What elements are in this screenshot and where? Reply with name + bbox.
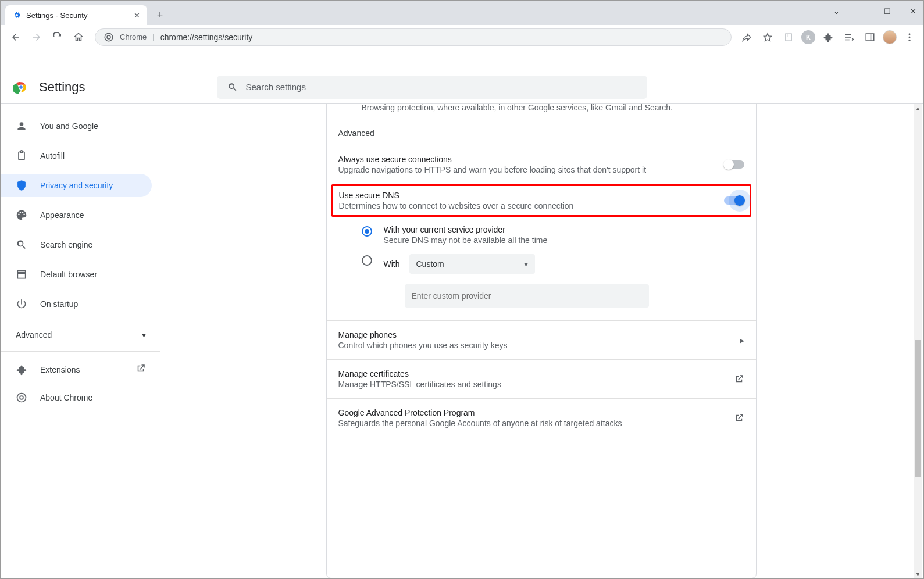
svg-point-12 <box>17 394 26 402</box>
origin-label: Chrome <box>120 33 147 41</box>
row-subtitle: Safeguards the personal Google Accounts … <box>338 419 734 428</box>
window-minimize-icon[interactable]: — <box>854 7 870 16</box>
sidebar-item-about-chrome[interactable]: About Chrome <box>1 384 159 412</box>
sidebar-separator <box>1 351 160 352</box>
settings-sidebar: You and Google Autofill Privacy and secu… <box>1 104 159 578</box>
settings-main-column: Browsing protection, where available, in… <box>159 104 923 578</box>
sidebar-item-label: Appearance <box>40 210 84 220</box>
scroll-down-icon[interactable]: ▼ <box>914 571 922 577</box>
sidebar-item-label: Advanced <box>16 330 52 339</box>
window-maximize-icon[interactable]: ☐ <box>879 7 896 16</box>
clipboard-icon <box>16 150 27 162</box>
page-title: Settings <box>39 80 85 95</box>
browser-window-icon <box>16 269 27 280</box>
browser-toolbar: Chrome | chrome://settings/security K <box>1 25 923 49</box>
radio-icon <box>362 226 372 237</box>
chrome-icon <box>16 392 27 403</box>
menu-kebab-icon[interactable] <box>901 29 918 45</box>
svg-point-7 <box>909 36 911 38</box>
link-manage-phones[interactable]: Manage phones Control which phones you u… <box>327 320 756 359</box>
row-always-secure-connections: Always use secure connections Upgrade na… <box>327 148 756 181</box>
sidebar-item-label: Extensions <box>40 365 80 374</box>
settings-header: Settings Search settings <box>1 70 923 104</box>
search-settings-input[interactable]: Search settings <box>217 76 647 99</box>
svg-point-1 <box>107 35 110 39</box>
new-tab-button[interactable]: + <box>152 7 168 23</box>
toolbar-right: K <box>739 29 918 45</box>
row-subtitle: Manage HTTPS/SSL certificates and settin… <box>338 380 734 389</box>
radio-label: With <box>384 259 400 269</box>
sidebar-item-search-engine[interactable]: Search engine <box>1 233 152 256</box>
external-link-icon <box>734 413 744 423</box>
address-bar[interactable]: Chrome | chrome://settings/security <box>95 28 732 46</box>
omnibox-separator: | <box>152 33 154 41</box>
row-subtitle: Upgrade navigations to HTTPS and warn yo… <box>338 165 716 174</box>
cutoff-description-text: Browsing protection, where available, in… <box>327 104 756 128</box>
svg-point-6 <box>909 33 911 35</box>
radio-sublabel: Secure DNS may not be available all the … <box>384 235 548 245</box>
external-link-icon <box>734 374 744 384</box>
browser-tab[interactable]: Settings - Security ✕ <box>5 5 147 25</box>
forward-button[interactable] <box>27 28 46 47</box>
settings-card: Browsing protection, where available, in… <box>326 104 757 578</box>
window-dropdown-icon[interactable]: ⌄ <box>828 7 844 16</box>
search-icon <box>227 82 238 92</box>
sidebar-item-default-browser[interactable]: Default browser <box>1 263 152 286</box>
person-icon <box>16 120 27 132</box>
reload-button[interactable] <box>48 28 67 47</box>
sidebar-item-label: Privacy and security <box>40 181 113 190</box>
url-text: chrome://settings/security <box>160 33 253 42</box>
back-button[interactable] <box>6 28 25 47</box>
collections-icon[interactable] <box>780 29 797 45</box>
window-close-icon[interactable]: ✕ <box>905 7 921 16</box>
tab-title: Settings - Security <box>26 11 129 20</box>
chrome-logo-icon <box>13 80 28 95</box>
page-content: Settings Search settings You and Google … <box>1 51 923 578</box>
custom-dns-input[interactable] <box>405 284 649 308</box>
dns-provider-dropdown[interactable]: Custom <box>409 254 535 274</box>
chevron-down-icon: ▾ <box>142 330 146 339</box>
link-advanced-protection[interactable]: Google Advanced Protection Program Safeg… <box>327 398 756 437</box>
shield-icon <box>16 180 27 191</box>
power-icon <box>16 298 27 310</box>
row-title: Manage phones <box>338 330 740 339</box>
svg-rect-4 <box>866 34 874 41</box>
user-avatar[interactable] <box>883 30 897 44</box>
svg-point-13 <box>20 396 23 399</box>
bookmark-star-icon[interactable] <box>759 29 776 45</box>
sidebar-item-appearance[interactable]: Appearance <box>1 203 152 227</box>
scrollbar-thumb[interactable] <box>915 340 921 477</box>
sidebar-item-you-and-google[interactable]: You and Google <box>1 115 152 138</box>
window-controls: ⌄ — ☐ ✕ <box>828 1 921 22</box>
extensions-puzzle-icon[interactable] <box>820 29 836 45</box>
link-manage-certificates[interactable]: Manage certificates Manage HTTPS/SSL cer… <box>327 359 756 398</box>
row-subtitle: Determines how to connect to websites ov… <box>339 201 716 210</box>
profile-badge-icon[interactable]: K <box>801 30 815 44</box>
external-link-icon <box>135 363 146 376</box>
highlighted-row-secure-dns: Use secure DNS Determines how to connect… <box>331 184 751 217</box>
row-subtitle: Control which phones you use as security… <box>338 341 740 350</box>
sidebar-item-label: About Chrome <box>40 393 92 402</box>
advanced-section-title: Advanced <box>327 128 756 148</box>
sidebar-item-on-startup[interactable]: On startup <box>1 292 152 316</box>
sidebar-item-autofill[interactable]: Autofill <box>1 144 152 167</box>
sidebar-item-label: You and Google <box>40 121 98 131</box>
toggle-secure-dns[interactable] <box>724 196 744 205</box>
sidebar-item-privacy-security[interactable]: Privacy and security <box>1 174 152 197</box>
scroll-up-icon[interactable]: ▲ <box>914 105 922 112</box>
row-title: Google Advanced Protection Program <box>338 408 734 417</box>
toggle-always-secure-connections[interactable] <box>725 160 744 169</box>
tab-close-icon[interactable]: ✕ <box>134 11 140 20</box>
content-scrollbar[interactable]: ▲ ▼ <box>914 104 922 578</box>
sidebar-advanced-toggle[interactable]: Advanced ▾ <box>1 322 159 348</box>
browser-chrome: Settings - Security ✕ + ⌄ — ☐ ✕ Chrome |… <box>1 1 923 49</box>
radio-custom-provider[interactable]: With Custom <box>327 249 756 278</box>
home-button[interactable] <box>69 28 88 47</box>
radio-label: With your current service provider <box>384 225 548 234</box>
puzzle-icon <box>16 364 27 376</box>
side-panel-icon[interactable] <box>862 29 878 45</box>
reading-list-icon[interactable] <box>841 29 857 45</box>
radio-current-provider[interactable]: With your current service provider Secur… <box>327 220 756 249</box>
sidebar-item-extensions[interactable]: Extensions <box>1 355 159 384</box>
share-icon[interactable] <box>739 29 755 45</box>
